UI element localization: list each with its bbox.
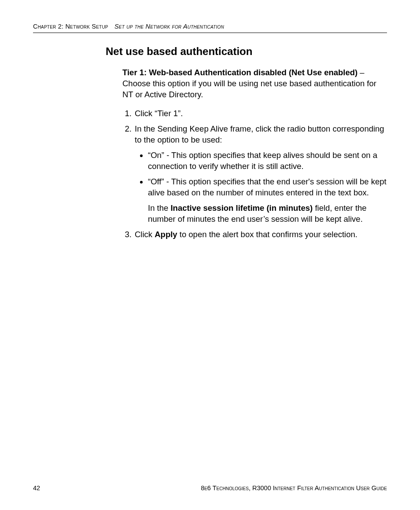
header-section: Set up the Network for Authentication	[114, 23, 224, 30]
step-1: Click “Tier 1”.	[134, 108, 387, 119]
off-note-pre: In the	[148, 203, 170, 213]
step-2-bullets: “On” - This option specifies that keep a…	[135, 150, 387, 225]
step-3-pre: Click	[135, 230, 155, 239]
header-chapter: Chapter 2: Network Setup	[33, 23, 108, 30]
step-3: Click Apply to open the alert box that c…	[134, 229, 387, 240]
step-1-text: Click “Tier 1”.	[135, 109, 183, 118]
running-header: Chapter 2: Network Setup Set up the Netw…	[33, 23, 387, 33]
step-3-bold: Apply	[155, 230, 177, 239]
section-heading: Net use based authentication	[106, 45, 387, 58]
bullet-on-text: “On” - This option specifies that keep a…	[148, 150, 377, 171]
bullet-off: “Off” - This option specifies that the e…	[148, 176, 387, 225]
footer-right: 8e6 Technologies, R3000 Internet Filter …	[201, 484, 387, 492]
page-footer: 42 8e6 Technologies, R3000 Internet Filt…	[33, 484, 387, 492]
bullet-off-note: In the Inactive session lifetime (in min…	[148, 203, 387, 225]
steps-list: Click “Tier 1”. In the Sending Keep Aliv…	[122, 108, 387, 240]
step-2: In the Sending Keep Alive frame, click t…	[134, 124, 387, 225]
intro-bold: Tier 1: Web-based Authentication disable…	[122, 68, 357, 77]
page-number: 42	[33, 484, 40, 492]
intro-paragraph: Tier 1: Web-based Authentication disable…	[122, 67, 387, 100]
off-note-bold: Inactive session lifetime (in minutes)	[170, 203, 313, 213]
bullet-on: “On” - This option specifies that keep a…	[148, 150, 387, 172]
bullet-off-text: “Off” - This option specifies that the e…	[148, 177, 387, 197]
step-3-post: to open the alert box that confirms your…	[177, 230, 357, 239]
step-2-intro: In the Sending Keep Alive frame, click t…	[135, 124, 384, 144]
